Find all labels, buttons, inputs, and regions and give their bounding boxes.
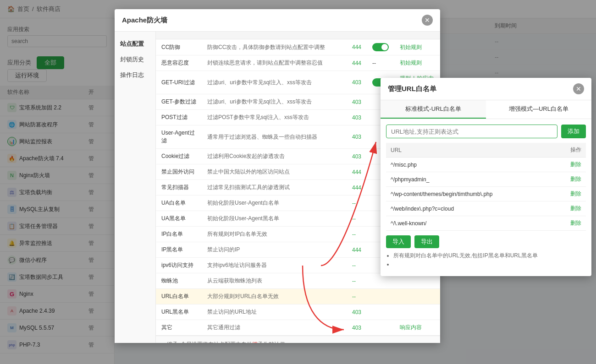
rule-name: Cookie过滤 <box>156 149 202 164</box>
rule-name: CC防御 <box>156 39 202 55</box>
delete-url-button[interactable]: 删除 <box>570 175 581 183</box>
rule-port: 444 <box>347 55 367 71</box>
rule-action-cell: 初始规则 <box>394 39 440 55</box>
apache-modal-close-button[interactable]: ✕ <box>422 15 433 26</box>
rule-action-cell <box>394 289 440 304</box>
add-url-button[interactable]: 添加 <box>561 125 586 138</box>
rule-port: -- <box>347 289 367 304</box>
apache-modal-title: Apache防火墙 <box>122 16 167 25</box>
rule-port: -- <box>347 258 367 273</box>
rule-name: 恶意容忍度 <box>156 55 202 71</box>
initial-rule-link[interactable]: 初始规则 <box>400 44 422 50</box>
rule-toggle-cell: -- <box>367 55 394 71</box>
url-input-row: 添加 <box>386 125 586 138</box>
rule-action-cell <box>394 304 440 320</box>
rule-port: 444 <box>347 242 367 258</box>
delete-url-button[interactable]: 删除 <box>570 190 581 198</box>
sidebar-item-station-config[interactable]: 站点配置 <box>115 36 155 52</box>
url-value: ^/misc.php <box>386 158 555 172</box>
url-col-header: URL <box>386 143 555 158</box>
rule-desc: 初始化阶段User-Agent白名单 <box>202 196 347 211</box>
action-col-header: 操作 <box>555 143 586 158</box>
rule-name: UA黑名单 <box>156 211 202 227</box>
import-button[interactable]: 导入 <box>386 235 411 248</box>
rule-action-header <box>394 32 440 39</box>
rule-port: 403 <box>347 71 367 94</box>
table-row: ^/wp-content/themes/begin/timthumb\.php … <box>386 187 586 201</box>
rule-toggle-cell <box>367 39 394 55</box>
initial-rule-link2[interactable]: 初始规则 <box>400 60 422 66</box>
rule-name: 禁止国外访问 <box>156 164 202 180</box>
rule-desc: 过滤POST参数中常见sql注入、xss等攻击 <box>202 110 347 125</box>
sidebar-item-block-history[interactable]: 封锁历史 <box>115 52 155 67</box>
table-row: ^/phpmyadmin_ 删除 <box>386 172 586 187</box>
url-action: 删除 <box>555 216 586 231</box>
url-modal-close-button[interactable]: ✕ <box>573 83 584 94</box>
footer-note-1: • 继承: 全局设置将在站点配置中自动继承为默认值 <box>163 341 433 343</box>
rule-desc: 从云端获取蜘蛛池列表 <box>202 273 347 289</box>
rule-port: -- <box>347 227 367 242</box>
rule-toggle-cell <box>367 304 394 320</box>
rule-desc: 大部分规则对URL白名单无效 <box>202 289 347 304</box>
url-notes: 所有规则对白名单中的URL无效,包括IP黑名单和URL黑名单 <box>386 252 586 271</box>
rule-desc: 防御CC攻击，具体防御参数请到站点配置中调整 <box>202 39 347 55</box>
rule-action-cell: 响应内容 <box>394 320 440 336</box>
rule-port: 444 <box>347 164 367 180</box>
rule-desc-header <box>202 32 347 39</box>
url-value: ^/web/index\.php?c=cloud <box>386 201 555 216</box>
rule-port: 403 <box>347 94 367 110</box>
delete-url-button[interactable]: 删除 <box>570 205 581 212</box>
rule-port: 403 <box>347 125 367 149</box>
export-button[interactable]: 导出 <box>414 235 439 248</box>
highlight-text: 继 <box>252 341 258 343</box>
delete-url-button[interactable]: 删除 <box>570 219 581 227</box>
rule-name: ipv6访问支持 <box>156 258 202 273</box>
rule-port: -- <box>347 196 367 211</box>
rule-port: -- <box>347 211 367 227</box>
url-modal-body: 添加 URL 操作 ^/misc.php 删除 ^/phpmyadmin_ <box>381 119 591 276</box>
response-link2[interactable]: 响应内容 <box>400 324 422 331</box>
rule-name: 蜘蛛池 <box>156 273 202 289</box>
rule-desc: 支持ipv6地址访问服务器 <box>202 258 347 273</box>
rule-desc: 禁止访问的IP <box>202 242 347 258</box>
apache-modal-footer: • 继承: 全局设置将在站点配置中自动继承为默认值 • 优先级: UA白名单 >… <box>156 336 440 343</box>
rule-desc: 过滤uri、uri参数中常见sql注入、xss等攻击 <box>202 94 347 110</box>
delete-url-button[interactable]: 删除 <box>570 161 581 168</box>
rule-toggle-cell <box>367 320 394 336</box>
rule-port: 444 <box>347 39 367 55</box>
table-row: 恶意容忍度 封锁连续恶意请求，请到站点配置中调整容忍值 444 -- 初始规则 <box>156 55 440 71</box>
table-row: URL黑名单 禁止访问的URL地址 403 <box>156 304 440 320</box>
sidebar-item-op-log[interactable]: 操作日志 <box>115 67 155 83</box>
rule-port: -- <box>347 273 367 289</box>
url-action: 删除 <box>555 187 586 201</box>
rule-port: 403 <box>347 149 367 164</box>
rule-action-cell: 初始规则 <box>394 55 440 71</box>
rule-desc: 过滤常见扫描测试工具的渗透测试 <box>202 180 347 196</box>
rule-name: UA白名单 <box>156 196 202 211</box>
rule-desc: 封锁连续恶意请求，请到站点配置中调整容忍值 <box>202 55 347 71</box>
table-row: URL白名单 大部分规则对URL白名单无效 -- <box>156 289 440 304</box>
rule-port: 403 <box>347 304 367 320</box>
rule-desc: 通常用于过滤浏览器、蜘蛛及一些自动扫描器 <box>202 125 347 149</box>
rule-name: User-Agent过滤 <box>156 125 202 149</box>
rule-name-header <box>156 32 202 39</box>
table-row: ^/web/index\.php?c=cloud 删除 <box>386 201 586 216</box>
url-value: ^/wp-content/themes/begin/timthumb\.php <box>386 187 555 201</box>
table-row: ^/misc.php 删除 <box>386 158 586 172</box>
apache-modal-header: Apache防火墙 ✕ <box>115 9 440 32</box>
tab-enhanced-url[interactable]: 增强模式—URL白名单 <box>486 100 591 119</box>
url-address-input[interactable] <box>386 125 557 138</box>
url-action: 删除 <box>555 172 586 187</box>
apache-modal-sidebar: 站点配置 封锁历史 操作日志 <box>115 32 156 343</box>
rule-desc: 禁止中国大陆以外的地区访问站点 <box>202 164 347 180</box>
rule-desc: 其它通用过滤 <box>202 320 347 336</box>
url-action: 删除 <box>555 158 586 172</box>
rule-port: 403 <box>347 110 367 125</box>
url-value: ^/\.well-known/ <box>386 216 555 231</box>
url-note-2 <box>393 261 586 267</box>
tab-standard-url[interactable]: 标准模式-URL白名单 <box>381 100 486 119</box>
url-action: 删除 <box>555 201 586 216</box>
rule-desc: 过滤利用Cookie发起的渗透攻击 <box>202 149 347 164</box>
url-value: ^/phpmyadmin_ <box>386 172 555 187</box>
cc-toggle[interactable] <box>372 43 389 51</box>
